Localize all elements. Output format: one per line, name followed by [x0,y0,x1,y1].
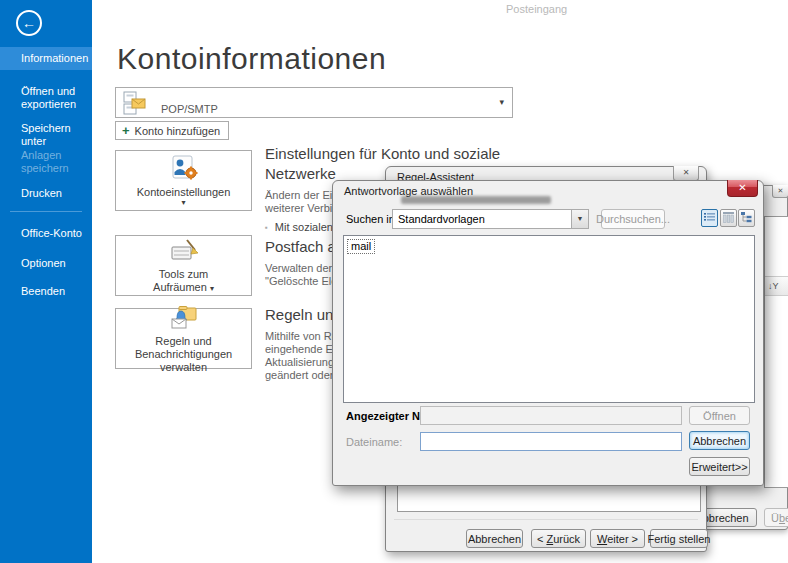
select-template-dialog: Antwortvorlage auswählen ✕ Suchen in: St… [332,180,764,486]
sidebar-item-label: Office-Konto [21,227,82,239]
sidebar-item-drucken[interactable]: Drucken [0,182,92,205]
add-account-label: Konto hinzufügen [135,125,221,137]
ra-apply-button: Übernehmen [764,508,788,527]
sidebar-item-label: speichern [21,162,69,174]
details-view-button[interactable] [720,209,737,227]
caret-down-icon: ▾ [181,199,185,207]
wizard-finish-button[interactable]: Fertig stellen [650,529,708,548]
rules-alerts-icon [168,304,200,335]
open-button: Öffnen [689,406,750,425]
advanced-button[interactable]: Erweitert>> [689,457,750,476]
file-name-input[interactable] [420,432,682,451]
cleanup-tools-icon [168,238,200,268]
sidebar-item-optionen[interactable]: Optionen [0,252,92,275]
list-view-icon [704,209,715,227]
sidebar-item-label: Informationen [21,52,88,64]
sidebar-item-label: exportieren [21,98,76,110]
caret-down-icon: ▾ [210,284,214,293]
tree-view-button[interactable] [738,209,755,227]
big-button-label: Aufräumen [153,281,207,293]
search-in-value: Standardvorlagen [398,213,485,225]
sidebar-item-label: Öffnen und [21,85,75,97]
account-settings-icon [169,155,199,186]
account-dropdown-value: POP/SMTP [161,103,218,115]
plus-icon: + [122,125,130,136]
sidebar-item-office-konto[interactable]: Office-Konto [0,222,92,245]
file-name-label: Dateiname: [346,436,402,448]
account-type-icon [123,91,149,120]
back-button[interactable]: ← [16,10,42,36]
tree-view-icon [741,209,752,227]
wizard-cancel-button[interactable]: Abbrechen [466,529,523,548]
folder-title: Posteingang [506,3,567,15]
sidebar-item-label: Anlagen [21,149,61,161]
sidebar-divider [10,211,82,212]
sidebar-item-informationen[interactable]: Informationen [0,47,92,70]
big-button-label: Tools zum [159,268,209,281]
wizard-back-button[interactable]: < Zurück [531,529,586,548]
sidebar-item-anlagen-speichern: Anlagen speichern [0,144,92,180]
combo-caret-icon: ▼ [571,210,588,228]
rules-list-header: ↓Y [765,276,788,296]
chevron-down-icon: ▾ [499,97,504,107]
bullet-icon: ▪ [265,223,268,232]
close-icon[interactable]: ✕ [772,185,788,198]
template-list[interactable]: mail [343,235,755,403]
sidebar-item-label: Optionen [21,257,66,269]
big-button-label: Kontoeinstellungen [137,186,231,199]
sidebar-item-oeffnen-exportieren[interactable]: Öffnen und exportieren [0,80,92,116]
manage-rules-alerts-button[interactable]: Regeln und Benachrichtigungen verwalten [115,308,252,369]
big-button-label: Regeln und [155,335,211,348]
sort-filter-icon: ↓Y [768,281,779,291]
wizard-next-button[interactable]: Weiter > [590,529,645,548]
rules-list-fragment: ↓Y [764,216,788,488]
close-icon[interactable]: ✕ [673,166,699,181]
divider [394,519,698,520]
sidebar-item-label: Beenden [21,285,65,297]
sidebar-item-beenden[interactable]: Beenden [0,280,92,303]
display-name-input [420,406,682,425]
cleanup-tools-button[interactable]: Tools zum Aufräumen ▾ [115,235,252,296]
redacted-text [401,196,551,204]
close-icon[interactable]: ✕ [727,180,758,197]
page-title: Kontoinformationen [117,42,386,76]
account-dropdown[interactable]: POP/SMTP ▾ [115,87,513,118]
add-account-button[interactable]: + Konto hinzufügen [115,121,229,140]
backstage-sidebar: ← Informationen Öffnen und exportieren S… [0,0,92,563]
cancel-button[interactable]: Abbrechen [689,431,750,450]
list-item[interactable]: mail [347,239,375,254]
browse-button: Durchsuchen... [601,209,665,229]
sidebar-item-label: Drucken [21,187,62,199]
search-in-dropdown[interactable]: Standardvorlagen ▼ [392,209,589,229]
list-view-button[interactable] [701,209,718,227]
big-button-label: Benachrichtigungen verwalten [116,348,251,374]
search-in-label: Suchen in: [346,213,398,225]
details-view-icon [723,209,734,227]
account-settings-button[interactable]: Kontoeinstellungen ▾ [115,150,252,211]
back-arrow-icon: ← [22,15,36,31]
